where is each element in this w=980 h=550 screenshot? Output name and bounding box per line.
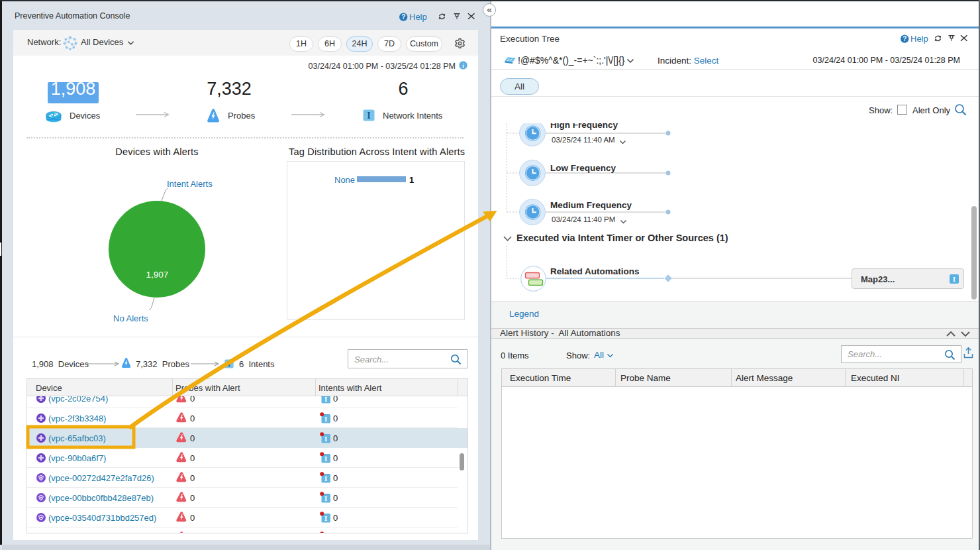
svg-text:?: ? <box>903 35 906 42</box>
svg-text:I: I <box>228 360 230 368</box>
svg-text:1,907: 1,907 <box>146 270 169 280</box>
svg-text:No Alerts: No Alerts <box>113 313 148 323</box>
svg-text:Intent Alerts: Intent Alerts <box>167 179 213 189</box>
svg-text:I: I <box>367 111 370 121</box>
svg-text:Help: Help <box>910 34 928 44</box>
svg-text:I: I <box>953 276 956 283</box>
